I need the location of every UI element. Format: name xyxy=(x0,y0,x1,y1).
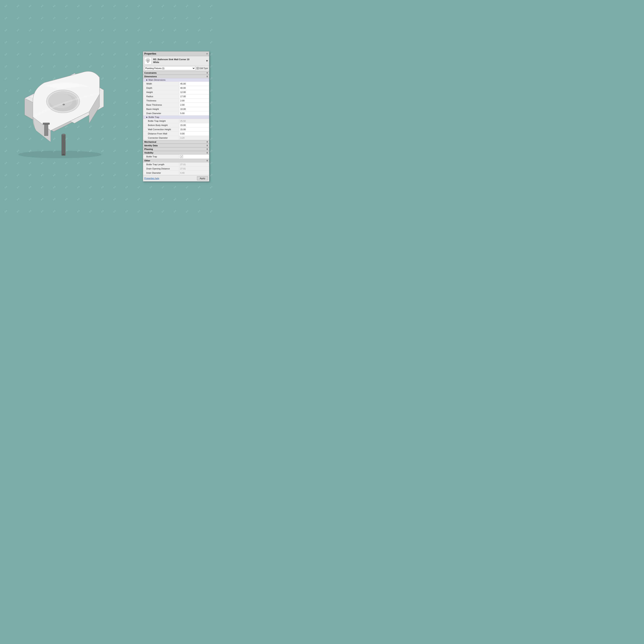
watermark-cell: RD xyxy=(203,203,217,217)
section-visibility[interactable]: Visibility ⬆ xyxy=(143,151,209,155)
subsection-main-dimensions[interactable]: ▶ Main Dimensions xyxy=(143,78,209,82)
panel-options-btn[interactable]: ▾ xyxy=(206,59,208,63)
watermark-cell: RD xyxy=(22,203,39,217)
inner-diameter-value: 4.40 xyxy=(179,171,209,175)
drain-diameter-value[interactable]: 5.00 xyxy=(179,111,209,115)
watermark-cell: RD xyxy=(94,167,111,184)
svg-point-10 xyxy=(62,134,65,135)
watermark-cell: RD xyxy=(155,203,172,217)
watermark-cell: RD xyxy=(46,22,63,39)
svg-rect-9 xyxy=(62,135,65,155)
watermark-cell: RD xyxy=(94,191,111,208)
phasing-collapse[interactable]: ⬆ xyxy=(206,148,208,150)
mechanical-collapse[interactable]: ⬆ xyxy=(206,141,208,143)
base-thickness-value[interactable]: 2.00 xyxy=(179,103,209,107)
watermark-cell: RD xyxy=(118,167,135,184)
watermark-cell: RD xyxy=(10,179,27,196)
edit-type-button[interactable]: Edit Type xyxy=(196,67,208,70)
category-dropdown[interactable]: Plumbing Fixtures (1) xyxy=(144,66,195,70)
watermark-cell: RD xyxy=(106,179,123,196)
thickness-value[interactable]: 2.00 xyxy=(179,99,209,103)
prop-row-basin-height: Basin Height 10.00 xyxy=(143,107,209,111)
watermark-cell: RD xyxy=(191,203,208,217)
height-value[interactable]: 12.00 xyxy=(179,90,209,94)
connector-diameter-label: Connector Diameter xyxy=(143,136,179,139)
watermark-cell: RD xyxy=(34,203,51,217)
identity-data-collapse[interactable]: ⬆ xyxy=(206,144,208,147)
other-label: Other xyxy=(144,159,150,162)
watermark-cell: RD xyxy=(34,10,51,27)
section-constraints[interactable]: Constraints ⬆ xyxy=(143,71,209,75)
close-button[interactable]: × xyxy=(206,52,208,55)
watermark-cell: RD xyxy=(70,22,87,39)
section-dimensions[interactable]: Dimensions ⬆ xyxy=(143,75,209,78)
visibility-collapse[interactable]: ⬆ xyxy=(206,152,208,154)
watermark-cell: RD xyxy=(155,0,172,14)
bottom-body-height-value[interactable]: 15.00 xyxy=(179,123,209,127)
watermark-cell: RD xyxy=(0,167,14,184)
watermark-cell: RD xyxy=(58,203,75,217)
watermark-cell: RD xyxy=(46,179,63,196)
panel-scroll-area[interactable]: Constraints ⬆ Dimensions ⬆ ▶ Main Dimens… xyxy=(143,71,209,175)
watermark-cell: RD xyxy=(118,179,135,196)
panel-dropdown-row: Plumbing Fixtures (1) Edit Type xyxy=(143,66,209,71)
dimensions-label: Dimensions xyxy=(144,75,157,78)
prop-row-wall-connection-height: Wall Connection Height 15.00 xyxy=(143,127,209,132)
watermark-cell: RD xyxy=(130,22,148,39)
watermark-cell: RD xyxy=(70,10,87,27)
panel-object-header: RD_Bathroom Sink Wall Corner 10 White ▾ xyxy=(143,56,209,66)
section-identity-data[interactable]: Identity Data ⬆ xyxy=(143,144,209,147)
prop-row-base-thickness: Base Thickness 2.00 xyxy=(143,103,209,107)
radius-value[interactable]: 17.00 xyxy=(179,94,209,98)
main-dim-label: Main Dimensions xyxy=(149,79,165,81)
watermark-cell: RD xyxy=(82,203,99,217)
bottle-trap-height-value: 25.50 xyxy=(179,119,209,123)
depth-value[interactable]: 40.00 xyxy=(179,86,209,90)
dimensions-collapse[interactable]: ⬆ xyxy=(206,75,208,78)
basin-height-value[interactable]: 10.00 xyxy=(179,107,209,111)
wall-connection-height-value[interactable]: 15.00 xyxy=(179,127,209,131)
bottle-trap-visible-value[interactable]: ✓ xyxy=(179,155,209,159)
watermark-cell: RD xyxy=(58,179,75,196)
watermark-cell: RD xyxy=(155,191,172,208)
watermark-cell: RD xyxy=(191,0,208,14)
bottle-trap-checkbox[interactable]: ✓ xyxy=(180,155,183,158)
watermark-cell: RD xyxy=(82,22,99,39)
svg-rect-13 xyxy=(148,62,148,63)
panel-footer: Properties help Apply xyxy=(143,175,209,181)
watermark-cell: RD xyxy=(82,167,99,184)
watermark-cell: RD xyxy=(118,0,135,14)
constraints-collapse[interactable]: ⬆ xyxy=(206,72,208,74)
watermark-cell: RD xyxy=(130,10,148,27)
watermark-cell: RD xyxy=(106,22,123,39)
watermark-cell: RD xyxy=(22,179,39,196)
mechanical-label: Mechanical xyxy=(144,141,156,143)
width-value[interactable]: 45.00 xyxy=(179,82,209,86)
svg-rect-7 xyxy=(44,123,48,136)
section-phasing[interactable]: Phasing ⬆ xyxy=(143,147,209,151)
watermark-cell: RD xyxy=(70,0,87,14)
properties-help-link[interactable]: Properties help xyxy=(144,177,159,180)
apply-button[interactable]: Apply xyxy=(197,176,208,180)
watermark-cell: RD xyxy=(0,10,14,27)
prop-row-thickness: Thickness 2.00 xyxy=(143,99,209,103)
bottle-trap-arrow: ▶ xyxy=(146,116,148,118)
watermark-cell: RD xyxy=(22,34,39,51)
section-other[interactable]: Other ⬆ xyxy=(143,159,209,162)
svg-point-0 xyxy=(18,151,102,158)
watermark-cell: RD xyxy=(82,0,99,14)
watermark-cell: RD xyxy=(118,34,135,51)
inner-diameter-label: Inner Diameter xyxy=(143,171,179,174)
prop-row-bottle-trap-length: Bottle Trap Length 27.01 xyxy=(143,162,209,167)
sink-illustration xyxy=(12,56,133,161)
prop-row-bottom-body-height: Bottom Body Height 15.00 xyxy=(143,123,209,127)
prop-row-inner-diameter: Inner Diameter 4.40 xyxy=(143,171,209,175)
other-collapse[interactable]: ⬆ xyxy=(206,160,208,162)
watermark-cell: RD xyxy=(34,167,51,184)
section-mechanical[interactable]: Mechanical ⬆ xyxy=(143,140,209,144)
subsection-bottle-trap[interactable]: ▶ Bottle Trap xyxy=(143,116,209,119)
watermark-cell: RD xyxy=(130,191,148,208)
distance-from-wall-value[interactable]: 0.00 xyxy=(179,132,209,136)
watermark-cell: RD xyxy=(22,22,39,39)
watermark-cell: RD xyxy=(0,34,14,51)
